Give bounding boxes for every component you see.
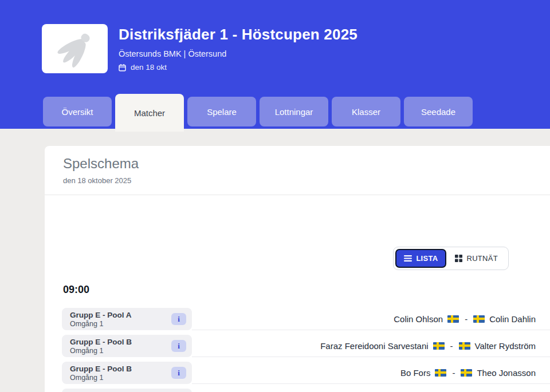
sweden-flag-icon bbox=[473, 315, 485, 323]
round-label: Omgång 1 bbox=[70, 320, 132, 328]
round-label: Omgång 1 bbox=[70, 374, 132, 382]
tournament-page: Distriksfjäder 1 - Höstcupen 2025 Östers… bbox=[0, 0, 550, 392]
vs-separator: - bbox=[449, 341, 454, 351]
header-text: Distriksfjäder 1 - Höstcupen 2025 Östers… bbox=[119, 25, 358, 72]
match-row: Grupp E - Pool B Omgång 1 i Faraz Fereid… bbox=[62, 335, 550, 357]
page-title: Distriksfjäder 1 - Höstcupen 2025 bbox=[119, 25, 358, 43]
player2-name: Theo Jonasson bbox=[477, 368, 536, 378]
player1-name: Colin Ohlson bbox=[394, 314, 443, 324]
match-players: Faraz Fereidooni Sarvestani - Valter Ryd… bbox=[192, 335, 550, 357]
date-row: den 18 okt bbox=[119, 63, 358, 72]
match-label-text: Grupp E - Pool B Omgång 1 bbox=[70, 337, 132, 355]
match-label: Grupp E - Pool B Omgång 1 i bbox=[62, 362, 192, 384]
info-icon-button[interactable]: i bbox=[171, 367, 186, 379]
grid-icon bbox=[455, 255, 462, 262]
match-label-text: Grupp E - Pool B Omgång 1 bbox=[70, 364, 132, 382]
divider bbox=[45, 195, 550, 195]
match-label: Grupp E - Pool B Omgång 1 i bbox=[62, 335, 192, 357]
calendar-icon bbox=[119, 64, 126, 72]
list-icon bbox=[404, 255, 412, 262]
tab-item[interactable]: Spelare bbox=[187, 97, 256, 126]
list-view-label: LISTA bbox=[416, 254, 438, 263]
content-card: Spelschema den 18 oktober 2025 LISTA bbox=[45, 146, 550, 392]
player2-name: Valter Rydström bbox=[475, 341, 536, 351]
info-icon: i bbox=[178, 369, 180, 378]
match-label-text: Grupp E - Pool A Omgång 1 bbox=[70, 310, 132, 328]
tab-item[interactable]: Matcher bbox=[115, 94, 184, 132]
info-icon: i bbox=[178, 315, 180, 324]
tab-label: Lottningar bbox=[275, 107, 313, 117]
tab-item[interactable]: Lottningar bbox=[260, 97, 328, 126]
info-icon-button[interactable]: i bbox=[171, 313, 186, 325]
match-row-partial bbox=[62, 389, 550, 392]
list-view-button[interactable]: LISTA bbox=[395, 249, 446, 268]
tab-item[interactable]: Seedade bbox=[404, 97, 473, 126]
tab-label: Matcher bbox=[134, 108, 165, 118]
tab-label: Seedade bbox=[421, 107, 455, 117]
player1-name: Bo Fors bbox=[400, 368, 431, 378]
vs-separator: - bbox=[463, 314, 469, 324]
group-label: Grupp E - Pool B bbox=[70, 364, 132, 374]
header: Distriksfjäder 1 - Höstcupen 2025 Östers… bbox=[0, 0, 550, 129]
grid-view-button[interactable]: RUTNÄT bbox=[446, 249, 506, 268]
event-date: den 18 okt bbox=[131, 63, 167, 72]
round-label: Omgång 1 bbox=[70, 347, 132, 355]
sweden-flag-icon bbox=[433, 342, 445, 350]
match-label bbox=[62, 389, 192, 392]
sweden-flag-icon bbox=[461, 369, 472, 377]
tab-label: Översikt bbox=[61, 107, 93, 117]
info-icon-button[interactable]: i bbox=[171, 340, 186, 352]
info-icon: i bbox=[178, 342, 180, 351]
match-players: Colin Ohlson - Colin Dahlin bbox=[192, 308, 550, 330]
match-players: Bo Fors - Theo Jonasson bbox=[192, 362, 550, 384]
group-label: Grupp E - Pool B bbox=[70, 337, 132, 347]
tab-bar: Översikt Matcher Spelare Lottningar Klas… bbox=[43, 94, 473, 129]
match-row: Grupp E - Pool B Omgång 1 i Bo Fors - Th… bbox=[62, 362, 550, 384]
tab-label: Spelare bbox=[207, 107, 237, 117]
sweden-flag-icon bbox=[459, 342, 470, 350]
shuttlecock-icon bbox=[49, 29, 101, 69]
sweden-flag-icon bbox=[435, 369, 446, 377]
match-list: Grupp E - Pool A Omgång 1 i Colin Ohlson… bbox=[62, 308, 550, 392]
time-heading: 09:00 bbox=[63, 284, 89, 296]
card-head: Spelschema den 18 oktober 2025 bbox=[45, 146, 550, 185]
sweden-flag-icon bbox=[447, 315, 459, 323]
tab-item[interactable]: Översikt bbox=[43, 97, 112, 126]
player1-name: Faraz Fereidooni Sarvestani bbox=[320, 341, 428, 351]
tab-item[interactable]: Klasser bbox=[332, 97, 400, 126]
match-label: Grupp E - Pool A Omgång 1 i bbox=[62, 308, 192, 330]
player2-name: Colin Dahlin bbox=[489, 314, 536, 324]
match-row: Grupp E - Pool A Omgång 1 i Colin Ohlson… bbox=[62, 308, 550, 330]
section-date: den 18 oktober 2025 bbox=[63, 176, 550, 185]
group-label: Grupp E - Pool A bbox=[70, 310, 132, 320]
view-toggle: LISTA RUTNÄT bbox=[393, 247, 509, 270]
tournament-logo bbox=[42, 24, 108, 73]
club-location: Östersunds BMK | Östersund bbox=[119, 49, 358, 58]
section-heading: Spelschema bbox=[63, 156, 550, 172]
grid-view-label: RUTNÄT bbox=[466, 254, 498, 263]
vs-separator: - bbox=[451, 368, 456, 378]
tab-label: Klasser bbox=[352, 107, 380, 117]
